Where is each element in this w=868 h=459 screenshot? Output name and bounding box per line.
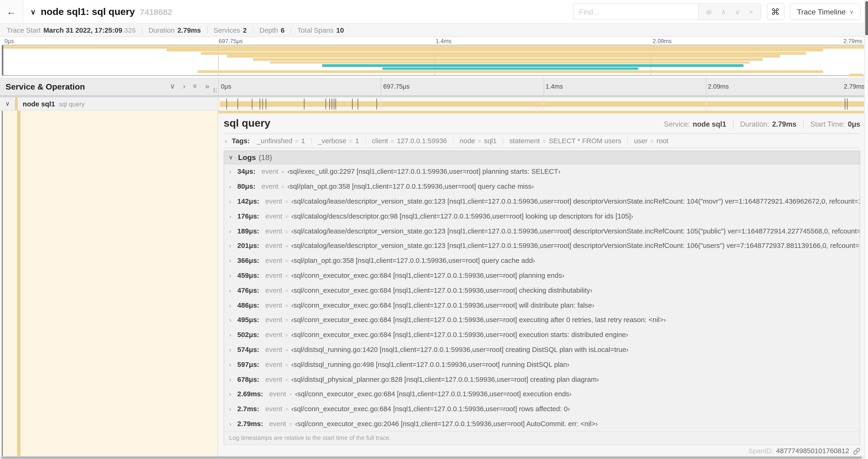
log-timestamp: 2.79ms:	[237, 420, 263, 428]
log-row[interactable]: ›80μs:event=‹sql/plan_opt.go:358 [nsql1,…	[224, 179, 860, 194]
log-event-tick	[334, 98, 334, 109]
log-row[interactable]: ›34μs:event=‹sql/exec_util.go:2297 [nsql…	[224, 164, 860, 179]
trace-collapse-chevron-icon[interactable]: ∨	[30, 7, 36, 16]
minimap-span-bar	[166, 49, 823, 52]
detail-body: sql query Service:node sql1Duration:2.79…	[218, 117, 868, 445]
column-resize-grip[interactable]	[214, 88, 217, 93]
meta-value: 0μs	[848, 120, 860, 129]
log-field-value: ‹sql/plan_opt.go:358 [nsql1,client=127.0…	[287, 183, 534, 190]
tag-equals: =	[650, 138, 654, 144]
next-match-icon[interactable]: ∨	[731, 8, 745, 15]
ruler-gridline	[544, 77, 544, 95]
info-separator	[142, 27, 142, 34]
command-icon: ⌘	[771, 6, 780, 17]
log-field-value: ‹sql/conn_executor_exec.go:684 [nsql1,cl…	[291, 272, 564, 280]
log-row[interactable]: ›2.7ms:event=‹sql/conn_executor_exec.go:…	[224, 402, 860, 417]
log-row[interactable]: ›366μs:event=‹sql/plan_opt.go:358 [nsql1…	[224, 253, 860, 268]
log-row[interactable]: ›574μs:event=‹sql/distsql_running.go:142…	[224, 342, 860, 357]
log-row[interactable]: ›2.79ms:event=‹sql/conn_executor_exec.go…	[224, 416, 860, 431]
log-row[interactable]: ›201μs:event=‹sql/catalog/lease/descript…	[224, 238, 860, 253]
log-timestamp: 142μs:	[237, 198, 259, 205]
log-row[interactable]: ›597μs:event=‹sql/distsql_running.go:498…	[224, 357, 860, 372]
log-row[interactable]: ›459μs:event=‹sql/conn_executor_exec.go:…	[224, 268, 860, 283]
info-value: 2	[243, 26, 247, 34]
trace-title-wrap: ∨ node sql1: sql query 7418682	[23, 0, 573, 23]
find-input[interactable]	[573, 3, 698, 20]
horizontal-scrollbar[interactable]	[0, 456, 864, 459]
previous-match-icon[interactable]: ∧	[716, 8, 731, 15]
log-row[interactable]: ›142μs:event=‹sql/catalog/lease/descript…	[224, 194, 860, 209]
log-equals: =	[285, 198, 289, 204]
span-collapse-chevron-icon[interactable]: ∨	[0, 100, 15, 107]
timeline-gridline	[381, 97, 381, 111]
log-event-tick	[226, 98, 227, 109]
log-row[interactable]: ›502μs:event=‹sql/conn_executor_exec.go:…	[224, 327, 860, 342]
tag-value: 1	[355, 137, 359, 144]
log-row[interactable]: ›176μs:event=‹sql/catalog/descs/descript…	[224, 209, 860, 224]
tags-label: Tags:	[232, 137, 250, 144]
keyboard-shortcuts-button[interactable]: ⌘	[767, 3, 784, 20]
chevron-right-icon: ›	[229, 198, 231, 204]
tag-separator	[365, 137, 366, 144]
detail-left-border	[2, 110, 3, 459]
tag-value: SELECT * FROM users	[549, 137, 621, 144]
meta-label: Start Time:	[810, 120, 845, 129]
log-event-tick	[266, 98, 266, 109]
chevron-down-icon: ∨	[229, 154, 233, 161]
minimap-scrubber-left[interactable]	[2, 45, 3, 75]
log-row[interactable]: ›678μs:event=‹sql/distsql_physical_plann…	[224, 372, 860, 387]
log-event-tick	[376, 98, 377, 109]
tag-value: 1	[301, 137, 305, 144]
log-row[interactable]: ›486μs:event=‹sql/conn_executor_exec.go:…	[224, 298, 860, 313]
log-equals: =	[285, 287, 289, 294]
horizontal-scrollbar-thumb[interactable]	[1, 456, 862, 458]
log-equals: =	[281, 183, 285, 190]
log-event-tick	[352, 98, 353, 109]
logs-accordion: ∨ Logs (18) ›34μs:event=‹sql/exec_util.g…	[223, 151, 860, 445]
trace-view-select[interactable]: Trace Timeline ∨	[790, 3, 861, 20]
log-row[interactable]: ›2.69ms:event=‹sql/conn_executor_exec.go…	[224, 387, 860, 402]
log-event-tick	[336, 98, 336, 109]
collapse-all-icon[interactable]: »	[192, 84, 199, 88]
chevron-right-icon: ›	[229, 361, 231, 368]
vertical-scrollbar-thumb[interactable]	[865, 1, 868, 35]
span-row[interactable]: ∨ node sql1 sql query	[0, 97, 868, 111]
trace-minimap: 0μs697.75μs1.4ms2.09ms2.79ms	[0, 37, 868, 77]
log-row[interactable]: ›189μs:event=‹sql/catalog/lease/descript…	[224, 224, 860, 239]
log-equals: =	[285, 331, 289, 338]
log-timestamp: 502μs:	[237, 331, 259, 339]
minimap-canvas[interactable]	[2, 45, 867, 76]
rows-divider	[0, 96, 868, 97]
expand-all-icon[interactable]: »	[205, 83, 209, 90]
log-field-name: event	[265, 301, 282, 309]
log-equals: =	[285, 376, 289, 383]
tags-accordion-header[interactable]: › Tags: _unfinished=1_verbose=1client=12…	[223, 134, 860, 148]
log-field-value: ‹sql/catalog/lease/descriptor_version_st…	[291, 242, 860, 250]
chevron-right-icon: ›	[229, 346, 231, 353]
ruler-tick-label: 0μs	[221, 83, 231, 90]
log-field-value: ‹sql/conn_executor_exec.go:684 [nsql1,cl…	[291, 286, 592, 294]
log-field-value: ‹sql/distsql_running.go:1420 [nsql1,clie…	[291, 346, 629, 354]
minimap-span-bar	[201, 52, 806, 55]
log-row[interactable]: ›495μs:event=‹sql/conn_executor_exec.go:…	[224, 313, 860, 327]
span-table-header: Service & Operation ∨›»» 0μs697.75μs1.4m…	[0, 77, 868, 96]
log-event-tick	[237, 98, 238, 109]
log-equals: =	[285, 361, 289, 368]
back-button[interactable]: ←	[0, 0, 23, 23]
collapse-one-icon[interactable]: ∨	[169, 83, 175, 90]
vertical-scrollbar[interactable]	[864, 0, 868, 459]
log-row[interactable]: ›476μs:event=‹sql/conn_executor_exec.go:…	[224, 283, 860, 298]
minimap-tick-label: 697.75μs	[219, 38, 243, 44]
minimap-tick-label: 1.4ms	[436, 38, 452, 44]
scroll-to-match-icon[interactable]: ⊕	[702, 8, 716, 15]
ruler-gridline	[381, 77, 381, 95]
clear-search-icon[interactable]: ×	[745, 8, 757, 15]
info-value: 6	[281, 26, 284, 34]
span-timeline-cell[interactable]	[218, 97, 868, 111]
log-event-tick	[847, 98, 847, 109]
minimap-span-bar	[849, 73, 863, 76]
logs-accordion-header[interactable]: ∨ Logs (18)	[223, 151, 860, 164]
expand-one-icon[interactable]: ›	[183, 83, 186, 90]
log-equals: =	[285, 302, 289, 308]
deep-link-icon[interactable]	[853, 447, 860, 455]
